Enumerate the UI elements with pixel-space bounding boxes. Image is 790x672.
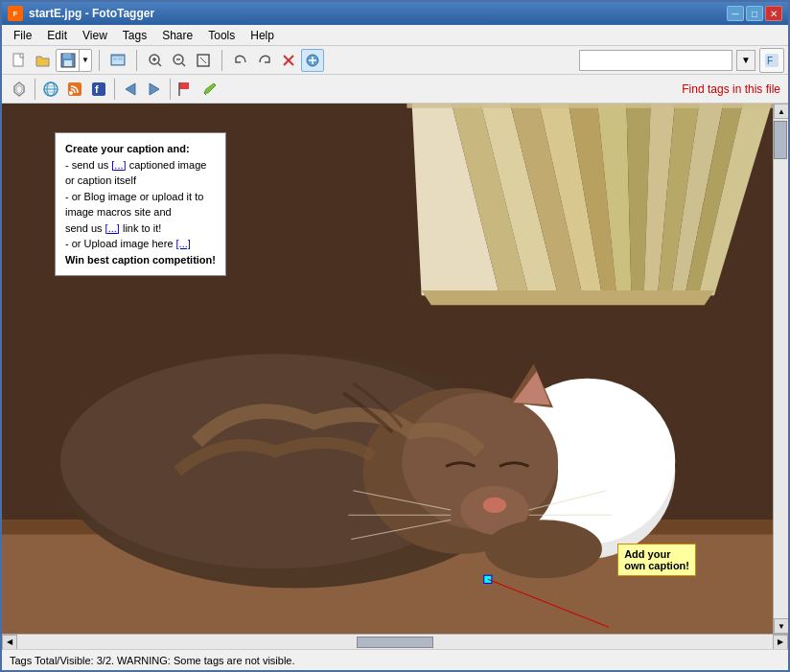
separator-5 (114, 79, 115, 100)
link-2[interactable]: [...] (105, 222, 120, 234)
caption-overlay: Create your caption and: - send us [...]… (55, 132, 226, 276)
zoom-tools (142, 49, 217, 72)
app-icon: F (8, 6, 23, 21)
toolbar-2: f Find tags in this file (2, 75, 788, 104)
toolbar-1: ▼ (2, 46, 788, 75)
caption-line-5: send us [...] link to it! (65, 220, 216, 237)
search-dropdown[interactable]: ▼ (736, 50, 755, 71)
title-bar-left: F startE.jpg - FotoTagger (8, 6, 154, 21)
nav-tools (105, 49, 131, 72)
svg-rect-3 (64, 60, 72, 66)
edit-tools (227, 49, 326, 72)
svg-rect-2 (63, 54, 71, 58)
svg-point-74 (485, 520, 602, 578)
find-tags-button[interactable]: Find tags in this file (678, 81, 784, 98)
zoom-in-button[interactable] (144, 49, 167, 72)
caption-title: Create your caption and: (65, 141, 216, 157)
tag-shape-button[interactable] (8, 78, 31, 101)
scroll-right-button[interactable]: ▶ (773, 635, 788, 650)
search-icon-btn[interactable]: F (759, 48, 784, 73)
main-window: F startE.jpg - FotoTagger ─ □ ✕ File Edi… (0, 0, 790, 672)
scroll-left-button[interactable]: ◀ (2, 635, 17, 650)
close-button[interactable]: ✕ (765, 6, 782, 21)
menu-file[interactable]: File (6, 27, 39, 44)
menu-share[interactable]: Share (154, 27, 200, 44)
menu-bar: File Edit View Tags Share Tools Help (2, 25, 788, 46)
scroll-thumb-vertical[interactable] (774, 121, 787, 159)
scroll-track-horizontal[interactable] (17, 636, 773, 649)
new-button[interactable] (8, 49, 31, 72)
scroll-thumb-horizontal[interactable] (357, 637, 433, 648)
save-button-group: ▼ (56, 49, 92, 72)
delete-button[interactable] (277, 49, 300, 72)
svg-rect-6 (113, 58, 117, 60)
web-button[interactable] (39, 78, 62, 101)
svg-marker-60 (422, 290, 714, 305)
svg-rect-7 (118, 58, 123, 60)
svg-point-66 (483, 498, 506, 513)
browse-button[interactable] (106, 49, 129, 72)
title-bar: F startE.jpg - FotoTagger ─ □ ✕ (2, 2, 788, 25)
svg-rect-0 (13, 54, 23, 66)
title-controls: ─ □ ✕ (727, 6, 782, 21)
status-text: Tags Total/Visible: 3/2. WARNING: Some t… (10, 655, 295, 666)
vertical-scrollbar: ▲ ▼ (773, 104, 788, 634)
tag-tooltip[interactable]: Add your own caption! (617, 544, 696, 576)
maximize-button[interactable]: □ (746, 6, 763, 21)
image-area: Create your caption and: - send us [...]… (2, 104, 773, 634)
nav-right-button[interactable] (143, 78, 166, 101)
svg-line-16 (200, 58, 206, 63)
flag-button[interactable] (174, 78, 198, 101)
link-3[interactable]: [...] (176, 238, 191, 249)
caption-line-3: - or Blog image or upload it to (65, 189, 216, 205)
caption-line-2: or caption itself (65, 173, 216, 189)
svg-text:F: F (767, 56, 773, 66)
menu-view[interactable]: View (75, 27, 115, 44)
tooltip-line2: own caption! (624, 560, 689, 571)
nav-left-button[interactable] (119, 78, 142, 101)
edit-tag-button[interactable] (198, 78, 221, 101)
menu-edit[interactable]: Edit (39, 27, 75, 44)
separator-6 (170, 79, 171, 100)
caption-line-6: - or Upload image here [...] (65, 236, 216, 252)
separator-2 (136, 50, 137, 71)
undo-button[interactable] (229, 49, 252, 72)
scroll-down-button[interactable]: ▼ (774, 618, 788, 634)
zoom-out-button[interactable] (168, 49, 191, 72)
facebook-button[interactable]: f (87, 78, 110, 101)
fit-button[interactable] (192, 49, 215, 72)
tooltip-line1: Add your (624, 548, 689, 560)
open-button[interactable] (32, 49, 55, 72)
separator-4 (35, 79, 35, 100)
minimize-button[interactable]: ─ (727, 6, 744, 21)
separator-3 (221, 50, 222, 71)
save-button[interactable] (57, 49, 80, 72)
svg-marker-25 (16, 85, 22, 94)
search-input[interactable] (579, 50, 732, 71)
svg-marker-36 (150, 83, 159, 95)
svg-text:f: f (95, 83, 99, 95)
menu-help[interactable]: Help (243, 27, 282, 44)
rss-button[interactable] (63, 78, 86, 101)
caption-line-1: - send us [...] captioned image (65, 157, 216, 174)
redo-button[interactable] (253, 49, 276, 72)
scroll-up-button[interactable]: ▲ (774, 104, 788, 119)
search-area: ▼ F (579, 48, 784, 73)
separator-1 (99, 50, 100, 71)
svg-line-9 (158, 63, 161, 66)
content-area: Create your caption and: - send us [...]… (2, 104, 788, 634)
tag-tools: f (6, 78, 223, 101)
status-bar: Tags Total/Visible: 3/2. WARNING: Some t… (2, 649, 788, 670)
window-title: startE.jpg - FotoTagger (29, 7, 154, 20)
svg-marker-35 (126, 83, 135, 95)
link-1[interactable]: [...] (111, 159, 126, 171)
svg-line-13 (182, 63, 185, 66)
save-dropdown[interactable]: ▼ (80, 49, 91, 72)
scroll-track-vertical[interactable] (774, 119, 788, 618)
menu-tools[interactable]: Tools (200, 27, 243, 44)
photo-container[interactable]: Create your caption and: - send us [...]… (2, 104, 773, 634)
tag-button[interactable] (301, 49, 324, 72)
horizontal-scrollbar: ◀ ▶ (2, 634, 788, 649)
svg-point-32 (69, 91, 73, 95)
menu-tags[interactable]: Tags (115, 27, 154, 44)
